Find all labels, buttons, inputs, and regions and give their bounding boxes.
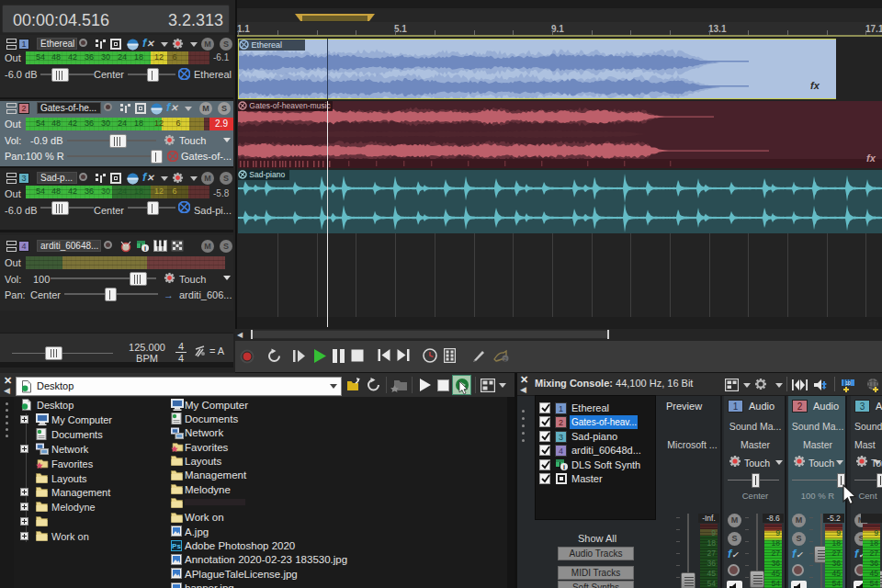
svg-text:10: 10 bbox=[845, 380, 851, 386]
svg-text:i: i bbox=[563, 464, 565, 470]
svg-text:i: i bbox=[144, 245, 146, 252]
